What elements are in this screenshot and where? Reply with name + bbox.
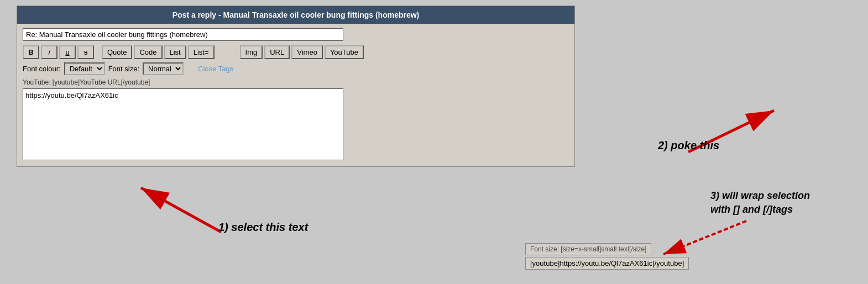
- main-panel: Post a reply - Manual Transaxle oil cool…: [17, 6, 575, 167]
- annotation-label-2: 2) poke this: [657, 139, 719, 151]
- font-controls: Font colour: Default Red Blue Green Font…: [23, 62, 569, 75]
- quote-button[interactable]: Quote: [102, 45, 132, 59]
- svg-line-2: [688, 111, 774, 152]
- list-button[interactable]: List: [164, 45, 186, 59]
- page-wrapper: Post a reply - Manual Transaxle oil cool…: [0, 0, 868, 284]
- youtube-button[interactable]: YouTube: [325, 45, 364, 59]
- url-button[interactable]: URL: [264, 45, 290, 59]
- code-button[interactable]: Code: [134, 45, 162, 59]
- italic-button[interactable]: i: [41, 45, 57, 59]
- bold-button[interactable]: B: [23, 45, 39, 59]
- svg-line-1: [141, 188, 221, 232]
- subject-input[interactable]: [23, 28, 343, 41]
- vimeo-button[interactable]: Vimeo: [291, 45, 323, 59]
- svg-line-3: [663, 221, 746, 254]
- font-size-hint: Font size: [size=x-small]small text[/siz…: [525, 243, 651, 255]
- annotation-label-3-line1: 3) will wrap selection: [710, 190, 810, 201]
- panel-title: Post a reply - Manual Transaxle oil cool…: [17, 6, 574, 24]
- strike-button[interactable]: s: [77, 45, 94, 59]
- toolbar: B i u s Quote Code List List= Img URL Vi…: [23, 45, 569, 59]
- bbcode-hint: YouTube: [youtube]YouTube URL[/youtube]: [23, 78, 569, 86]
- font-size-select[interactable]: Tiny Small Normal Large Huge: [143, 62, 184, 75]
- font-colour-label: Font colour:: [23, 65, 61, 73]
- annotation-label-3-line2: with [] and [/]tags: [710, 204, 793, 215]
- result-panel: [youtube]https://youtu.be/Ql7azAX61ic[/y…: [525, 257, 689, 270]
- underline-button[interactable]: u: [59, 45, 76, 59]
- reply-textarea[interactable]: https://youtu.be/Ql7azAX61ic: [23, 88, 343, 160]
- list-eq-button[interactable]: List=: [188, 45, 215, 59]
- annotation-label-1: 1) select this text: [218, 221, 309, 233]
- font-colour-select[interactable]: Default Red Blue Green: [64, 62, 105, 75]
- close-tags-link[interactable]: Close Tags: [198, 65, 233, 73]
- panel-body: B i u s Quote Code List List= Img URL Vi…: [17, 24, 574, 166]
- img-button[interactable]: Img: [240, 45, 263, 59]
- font-size-label: Font size:: [108, 65, 139, 73]
